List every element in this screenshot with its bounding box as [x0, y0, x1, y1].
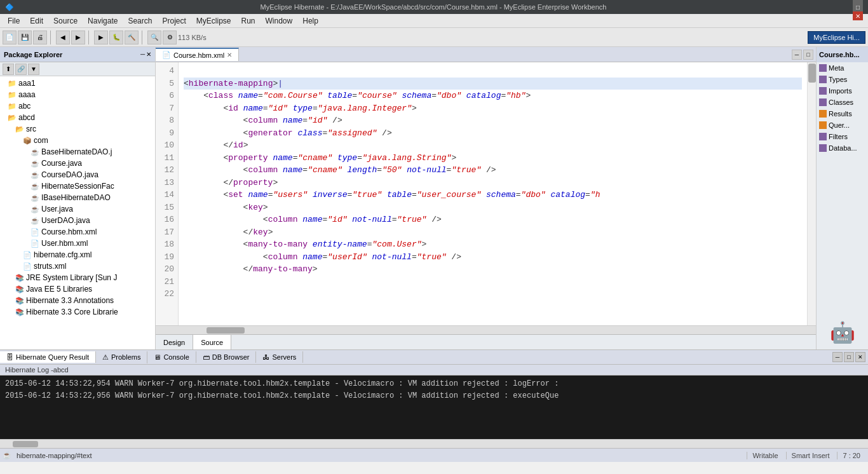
- tree-item-Hibernate33Core[interactable]: 📚 Hibernate 3.3 Core Librarie: [0, 306, 155, 318]
- tree-item-CourseDAO[interactable]: ☕ CourseDAO.java: [0, 169, 155, 180]
- tree-item-aaa1[interactable]: 📁 aaa1: [0, 78, 155, 89]
- robot-icon: 🤖: [819, 320, 865, 344]
- editor-maximize[interactable]: □: [803, 50, 813, 60]
- pe-link[interactable]: 🔗: [15, 64, 27, 75]
- menu-item-project[interactable]: Project: [157, 15, 191, 27]
- tree-item-UserDAO[interactable]: ☕ UserDAO.java: [0, 215, 155, 226]
- package-explorer-close[interactable]: ✕: [146, 51, 151, 58]
- jar-icon-JavaEE: 📚: [15, 285, 24, 294]
- toolbar-separator-1: [50, 30, 53, 44]
- close-button[interactable]: ✕: [853, 11, 863, 20]
- right-panel-title: Course.hb...: [819, 51, 860, 58]
- tree-label-HibernateSessionFac: HibernateSessionFac: [41, 182, 114, 191]
- package-explorer-minimize[interactable]: ─: [140, 51, 145, 58]
- speed-indicator: 113 KB/s: [178, 34, 207, 41]
- bottom-tab-hibernate-label: Hibernate Query Result: [16, 353, 89, 361]
- right-panel-databa[interactable]: Databa...: [817, 142, 868, 154]
- bottom-panel-close[interactable]: ✕: [855, 352, 865, 362]
- xml-icon-CourseHbm: 📄: [31, 228, 39, 236]
- tree-item-BaseHibernateDAO[interactable]: ☕ BaseHibernateDAO.j: [0, 146, 155, 158]
- right-panel-classes[interactable]: Classes: [817, 97, 868, 108]
- tree-item-User[interactable]: ☕ User.java: [0, 203, 155, 215]
- toolbar-forward[interactable]: ▶: [71, 30, 85, 44]
- tree-item-CourseHbm[interactable]: 📄 Course.hbm.xml: [0, 226, 155, 238]
- tree-item-struts[interactable]: 📄 struts.xml: [0, 261, 155, 272]
- menu-item-navigate[interactable]: Navigate: [83, 15, 123, 27]
- code-editor[interactable]: 4 5 6 7 8 9 10 11 12 13 14 15 16 17 18 1…: [156, 62, 816, 325]
- tree-item-src[interactable]: 📂 src: [0, 123, 155, 135]
- bottom-panel-maximize[interactable]: □: [844, 352, 854, 362]
- folder-icon-abc: 📁: [8, 102, 17, 111]
- editor-horizontal-scrollbar[interactable]: [156, 325, 816, 334]
- tree-item-abcd[interactable]: 📂 abcd: [0, 112, 155, 123]
- status-bar: ☕ hibernate-mapping/#text Writable Smart…: [0, 448, 868, 462]
- menu-item-myeclipse[interactable]: MyEclipse: [191, 15, 236, 27]
- tree-item-com[interactable]: 📦 com: [0, 135, 155, 146]
- tree-item-UserHbm[interactable]: 📄 User.hbm.xml: [0, 238, 155, 249]
- editor-minimize[interactable]: ─: [792, 50, 802, 60]
- bottom-tab-hibernate-query[interactable]: 🗄 Hibernate Query Result: [0, 351, 96, 363]
- bottom-horizontal-scrollbar[interactable]: [0, 439, 868, 448]
- results-icon: [819, 110, 827, 118]
- tree-item-aaaa[interactable]: 📁 aaaa: [0, 89, 155, 100]
- tree-item-IBaseHibernateDAO[interactable]: ☕ IBaseHibernateDAO: [0, 192, 155, 203]
- title-bar: 🔷 MyEclipse Hibernate - E:/JavaEE/WorkSp…: [0, 0, 868, 14]
- right-panel-types[interactable]: Types: [817, 74, 868, 85]
- tab-close-button[interactable]: ✕: [227, 51, 232, 58]
- toolbar-settings[interactable]: ⚙: [163, 30, 177, 44]
- editor-vertical-scrollbar[interactable]: [807, 62, 816, 325]
- menu-item-search[interactable]: Search: [123, 15, 157, 27]
- tree-item-JRE[interactable]: 📚 JRE System Library [Sun J: [0, 272, 155, 283]
- tree-item-hibernate-cfg[interactable]: 📄 hibernate.cfg.xml: [0, 249, 155, 261]
- toolbar-print[interactable]: 🖨: [33, 30, 47, 44]
- tree-label-com: com: [34, 136, 48, 145]
- toolbar-build[interactable]: 🔨: [125, 30, 139, 44]
- main-layout: Package Explorer ─ ✕ ⬆ 🔗 ▼ 📁 aaa1 📁 aaaa: [0, 47, 868, 349]
- menu-item-window[interactable]: Window: [261, 15, 298, 27]
- toolbar-search[interactable]: 🔍: [147, 30, 161, 44]
- menu-item-file[interactable]: File: [3, 15, 25, 27]
- pe-collapse-all[interactable]: ⬆: [3, 64, 14, 75]
- toolbar-debug[interactable]: 🐛: [109, 30, 123, 44]
- right-panel-imports[interactable]: Imports: [817, 85, 868, 97]
- tree-item-Hibernate33Ann[interactable]: 📚 Hibernate 3.3 Annotations: [0, 295, 155, 306]
- editor-tab-source[interactable]: Source: [193, 335, 231, 349]
- menu-item-edit[interactable]: Edit: [25, 15, 48, 27]
- bottom-tab-console[interactable]: 🖥 Console: [147, 351, 196, 363]
- tree-item-Course[interactable]: ☕ Course.java: [0, 158, 155, 169]
- code-content[interactable]: <hibernate-mapping>| <class name="com.Co…: [179, 62, 807, 325]
- toolbar-save[interactable]: 💾: [18, 30, 32, 44]
- title-bar-title: MyEclipse Hibernate - E:/JavaEE/WorkSpac…: [261, 3, 607, 11]
- package-icon-src: 📂: [15, 125, 24, 133]
- editor-tab-course-hbm[interactable]: 📄 Course.hbm.xml ✕: [156, 48, 239, 61]
- menu-item-run[interactable]: Run: [236, 15, 261, 27]
- title-bar-icon: 🔷: [5, 3, 14, 11]
- tree-label-abcd: abcd: [18, 113, 35, 122]
- menu-item-help[interactable]: Help: [297, 15, 323, 27]
- bottom-tab-problems[interactable]: ⚠ Problems: [96, 351, 147, 363]
- toolbar-run[interactable]: ▶: [94, 30, 108, 44]
- pe-menu[interactable]: ▼: [28, 64, 39, 75]
- tree-label-Hibernate33Ann: Hibernate 3.3 Annotations: [26, 296, 114, 305]
- toolbar-new[interactable]: 📄: [3, 30, 17, 44]
- package-explorer-title: Package Explorer: [4, 51, 62, 58]
- right-panel-meta-label: Meta: [829, 64, 844, 72]
- bottom-tab-db-browser[interactable]: 🗃 DB Browser: [196, 351, 257, 363]
- tree-item-JavaEE[interactable]: 📚 Java EE 5 Libraries: [0, 283, 155, 295]
- bottom-tab-servers[interactable]: 🖧 Servers: [256, 351, 303, 363]
- editor-tab-design[interactable]: Design: [156, 335, 193, 349]
- right-panel-results[interactable]: Results: [817, 108, 868, 119]
- toolbar-back[interactable]: ◀: [56, 30, 70, 44]
- tree-item-abc[interactable]: 📁 abc: [0, 100, 155, 112]
- java-icon-IBaseHibernateDAO: ☕: [31, 194, 39, 202]
- line-numbers: 4 5 6 7 8 9 10 11 12 13 14 15 16 17 18 1…: [156, 62, 179, 325]
- right-panel-meta[interactable]: Meta: [817, 62, 868, 74]
- tree-item-HibernateSessionFac[interactable]: ☕ HibernateSessionFac: [0, 180, 155, 192]
- right-panel-quer[interactable]: Quer...: [817, 119, 868, 131]
- menu-item-source[interactable]: Source: [48, 15, 83, 27]
- myeclipse-button[interactable]: MyEclipse Hi...: [808, 31, 865, 44]
- right-panel-filters[interactable]: Filters: [817, 131, 868, 142]
- tab-xml-icon: 📄: [162, 51, 171, 59]
- maximize-button[interactable]: □: [853, 3, 863, 11]
- bottom-panel-minimize[interactable]: ─: [832, 352, 843, 362]
